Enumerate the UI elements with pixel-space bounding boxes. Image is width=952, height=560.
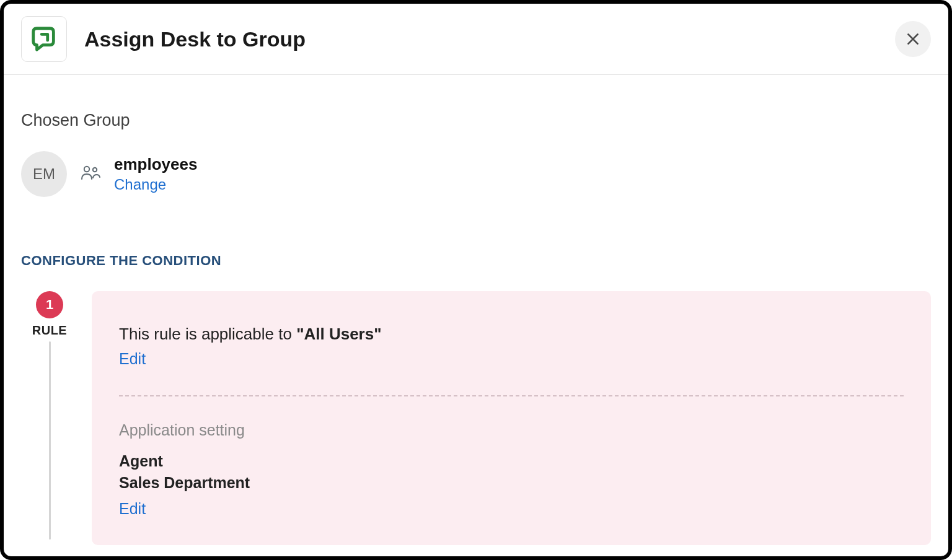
chosen-group-label: Chosen Group [21, 111, 931, 130]
rule-card: This rule is applicable to "All Users" E… [92, 291, 931, 545]
svg-point-0 [84, 167, 89, 172]
desk-app-logo [21, 16, 67, 62]
rules-area: 1 RULE This rule is applicable to "All U… [21, 291, 931, 545]
application-setting-label: Application setting [119, 421, 904, 439]
group-avatar: EM [21, 151, 67, 197]
chosen-group-row: EM employees Change [21, 151, 931, 197]
application-setting-value: Agent [119, 450, 904, 472]
modal-body: Chosen Group EM employees Change CONFIGU… [4, 75, 948, 545]
modal-header: Assign Desk to Group [4, 4, 948, 75]
change-group-link[interactable]: Change [114, 176, 197, 193]
rule-number-badge: 1 [36, 291, 63, 318]
rule-step-indicator: 1 RULE [21, 291, 78, 540]
edit-app-setting-link[interactable]: Edit [119, 500, 146, 518]
application-setting-values: Agent Sales Department [119, 450, 904, 494]
group-name: employees [114, 155, 197, 174]
rule-sentence-prefix: This rule is applicable to [119, 325, 296, 343]
svg-point-1 [93, 168, 97, 172]
close-icon [905, 31, 921, 47]
rule-connector-line [49, 341, 51, 540]
people-icon [81, 164, 100, 184]
desk-logo-icon [30, 25, 58, 53]
rule-label: RULE [32, 323, 67, 338]
rule-sentence-target: "All Users" [296, 325, 381, 343]
close-button[interactable] [895, 21, 931, 57]
modal-title: Assign Desk to Group [84, 27, 306, 51]
group-meta: employees Change [114, 155, 197, 193]
edit-rule-link[interactable]: Edit [119, 350, 146, 368]
application-setting-value: Sales Department [119, 472, 904, 494]
rule-separator [119, 395, 904, 396]
configure-condition-heading: CONFIGURE THE CONDITION [21, 253, 931, 269]
rule-applicability: This rule is applicable to "All Users" [119, 325, 904, 344]
